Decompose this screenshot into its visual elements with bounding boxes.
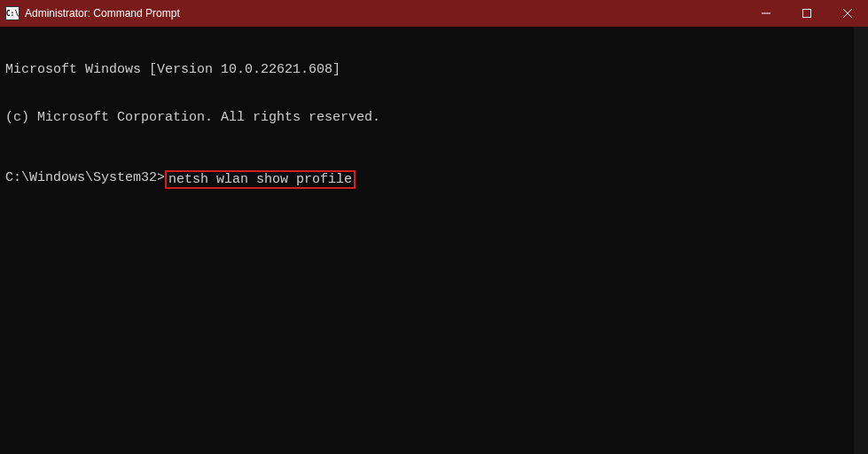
command-highlight: netsh wlan show profile (165, 170, 356, 189)
terminal-output[interactable]: Microsoft Windows [Version 10.0.22621.60… (0, 27, 868, 454)
titlebar[interactable]: C:\ Administrator: Command Prompt (0, 0, 868, 27)
prompt-path: C:\Windows\System32> (5, 170, 165, 189)
maximize-button[interactable] (786, 0, 827, 27)
minimize-icon (762, 9, 770, 18)
titlebar-left: C:\ Administrator: Command Prompt (5, 6, 180, 20)
terminal-line-2: (c) Microsoft Corporation. All rights re… (5, 110, 863, 126)
close-icon (843, 9, 852, 18)
cmd-icon-text: C:\ (6, 10, 19, 18)
window-controls (746, 0, 868, 27)
close-button[interactable] (827, 0, 868, 27)
window-title: Administrator: Command Prompt (25, 7, 180, 20)
scrollbar-track[interactable] (854, 27, 868, 454)
typed-command: netsh wlan show profile (168, 172, 352, 187)
minimize-button[interactable] (746, 0, 786, 27)
cmd-icon: C:\ (5, 6, 20, 20)
command-prompt-window: C:\ Administrator: Command Prompt Micros… (0, 0, 868, 454)
prompt-line: C:\Windows\System32>netsh wlan show prof… (5, 170, 863, 189)
terminal-line-1: Microsoft Windows [Version 10.0.22621.60… (5, 62, 863, 78)
svg-rect-1 (803, 10, 811, 18)
maximize-icon (802, 9, 811, 18)
